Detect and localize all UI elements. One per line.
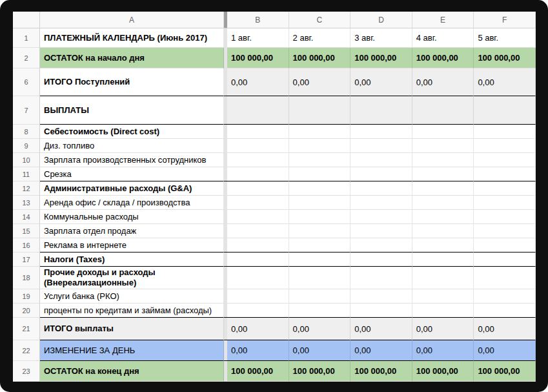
row-header-11[interactable]: 11: [13, 167, 40, 181]
cell-label[interactable]: Услуги банка (РКО): [40, 289, 224, 304]
cell-value[interactable]: [412, 238, 474, 253]
cell-value[interactable]: [227, 153, 289, 167]
cell-value[interactable]: 3 авг.: [350, 28, 412, 48]
cell-value[interactable]: [412, 304, 474, 318]
cell-value[interactable]: [412, 267, 474, 289]
cell-value[interactable]: [289, 289, 351, 304]
cell-value[interactable]: [289, 139, 351, 153]
cell-value[interactable]: [350, 289, 412, 304]
row-header-18[interactable]: 18: [13, 267, 40, 289]
cell-value[interactable]: [289, 181, 351, 196]
cell-label[interactable]: ИТОГО Поступлений: [40, 68, 224, 96]
cell-value[interactable]: [350, 139, 412, 153]
cell-value[interactable]: [412, 139, 474, 153]
cell-value[interactable]: 0,00: [474, 340, 536, 361]
cell-label[interactable]: ОСТАТОК на начало дня: [40, 48, 224, 68]
row-header-20[interactable]: 20: [13, 304, 40, 318]
cell-value[interactable]: [227, 167, 289, 181]
cell-value[interactable]: [350, 153, 412, 167]
cell-value[interactable]: [227, 253, 289, 267]
cell-value[interactable]: [289, 238, 351, 253]
cell-value[interactable]: [227, 224, 289, 238]
cell-label[interactable]: Реклама в интернете: [40, 238, 224, 253]
cell-value[interactable]: [289, 153, 351, 167]
cell-label[interactable]: Аренда офис / склада / производства: [40, 196, 224, 210]
cell-label[interactable]: ИТОГО выплаты: [40, 318, 224, 340]
cell-value[interactable]: [412, 196, 474, 210]
cell-value[interactable]: [227, 289, 289, 304]
cell-value[interactable]: [350, 253, 412, 267]
cell-value[interactable]: [412, 224, 474, 238]
cell-value[interactable]: 100 000,00: [289, 361, 351, 382]
cell-value[interactable]: [227, 139, 289, 153]
cell-label[interactable]: Зарплата отдел продаж: [40, 224, 224, 238]
cell-value[interactable]: [289, 96, 351, 125]
cell-value[interactable]: 100 000,00: [350, 361, 412, 382]
cell-label[interactable]: проценты по кредитам и займам (расходы): [40, 304, 224, 318]
cell-value[interactable]: [474, 196, 536, 210]
row-header-23[interactable]: 23: [13, 361, 40, 382]
cell-value[interactable]: [289, 167, 351, 181]
cell-value[interactable]: [350, 210, 412, 224]
cell-value[interactable]: [350, 167, 412, 181]
cell-value[interactable]: [289, 267, 351, 289]
row-header-17[interactable]: 17: [13, 253, 40, 267]
cell-value[interactable]: 1 авг.: [227, 28, 289, 48]
row-header-12[interactable]: 12: [13, 181, 40, 196]
cell-value[interactable]: [412, 210, 474, 224]
cell-label[interactable]: Диз. топливо: [40, 139, 224, 153]
cell-value[interactable]: [227, 267, 289, 289]
cell-value[interactable]: [289, 196, 351, 210]
cell-value[interactable]: [350, 181, 412, 196]
column-header-a[interactable]: A: [40, 12, 224, 28]
cell-value[interactable]: [412, 289, 474, 304]
cell-value[interactable]: 0,00: [350, 318, 412, 340]
row-header-1[interactable]: 1: [13, 28, 40, 48]
cell-value[interactable]: 0,00: [474, 68, 536, 96]
select-all-corner[interactable]: [13, 12, 40, 28]
cell-value[interactable]: [474, 238, 536, 253]
row-header-8[interactable]: 8: [13, 125, 40, 139]
cell-label[interactable]: ВЫПЛАТЫ: [40, 96, 224, 125]
cell-value[interactable]: 100 000,00: [227, 48, 289, 68]
column-header-d[interactable]: D: [350, 12, 412, 28]
cell-value[interactable]: 2 авг.: [289, 28, 351, 48]
cell-value[interactable]: [350, 125, 412, 139]
row-header-22[interactable]: 22: [13, 340, 40, 361]
column-header-f[interactable]: F: [474, 12, 536, 28]
cell-value[interactable]: 0,00: [474, 318, 536, 340]
cell-value[interactable]: 100 000,00: [350, 48, 412, 68]
cell-value[interactable]: [474, 125, 536, 139]
cell-value[interactable]: 0,00: [350, 68, 412, 96]
cell-value[interactable]: 100 000,00: [474, 361, 536, 382]
cell-label[interactable]: ПЛАТЕЖНЫЙ КАЛЕНДАРЬ (Июнь 2017): [40, 28, 224, 48]
cell-value[interactable]: [412, 167, 474, 181]
cell-value[interactable]: [289, 125, 351, 139]
cell-value[interactable]: [474, 167, 536, 181]
column-header-b[interactable]: B: [227, 12, 289, 28]
cell-value[interactable]: [474, 139, 536, 153]
cell-value[interactable]: 0,00: [412, 68, 474, 96]
cell-value[interactable]: [289, 224, 351, 238]
cell-value[interactable]: [350, 238, 412, 253]
row-header-6[interactable]: 6: [13, 68, 40, 96]
cell-value[interactable]: [227, 96, 289, 125]
row-header-14[interactable]: 14: [13, 210, 40, 224]
row-header-13[interactable]: 13: [13, 196, 40, 210]
cell-value[interactable]: 100 000,00: [412, 361, 474, 382]
cell-value[interactable]: [350, 304, 412, 318]
cell-value[interactable]: 0,00: [412, 340, 474, 361]
row-header-16[interactable]: 16: [13, 238, 40, 253]
column-header-c[interactable]: C: [289, 12, 351, 28]
row-header-15[interactable]: 15: [13, 224, 40, 238]
cell-value[interactable]: [474, 181, 536, 196]
row-header-10[interactable]: 10: [13, 153, 40, 167]
cell-value[interactable]: [474, 224, 536, 238]
cell-value[interactable]: [474, 96, 536, 125]
cell-value[interactable]: 100 000,00: [412, 48, 474, 68]
cell-value[interactable]: [350, 196, 412, 210]
cell-value[interactable]: [412, 253, 474, 267]
cell-value[interactable]: 100 000,00: [289, 48, 351, 68]
cell-value[interactable]: [412, 96, 474, 125]
cell-label[interactable]: Прочие доходы и расходы (Внереализационн…: [40, 267, 224, 289]
